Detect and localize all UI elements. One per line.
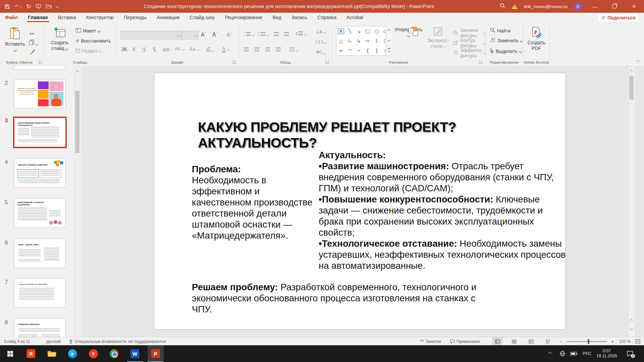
tab-record[interactable]: Запись [286, 13, 313, 22]
avatar[interactable]: D [574, 2, 582, 11]
tab-design[interactable]: Конструктор [81, 13, 119, 22]
shape-rectangle-icon[interactable]: □ [365, 28, 370, 34]
shape-elbow-arrow-icon[interactable]: ↳ [357, 38, 361, 44]
redo-icon[interactable]: ↻ [26, 3, 31, 10]
zoom-level[interactable]: 102 % [619, 337, 631, 346]
current-slide[interactable]: КАКУЮ ПРОБЛЕМУ РЕШАЕТ ПРОЕКТ?АКТУАЛЬНОСТ… [154, 73, 566, 329]
slide-1-thumbnail-partial[interactable] [14, 65, 66, 70]
new-slide-button[interactable]: Создатьслайд [49, 27, 71, 51]
customize-qat-icon[interactable] [56, 5, 58, 7]
search-icon[interactable] [499, 3, 505, 10]
select-button[interactable]: Выделить [490, 48, 522, 54]
open-folder-icon[interactable] [46, 4, 52, 9]
thumbnail-scrollbar-thumb[interactable] [75, 91, 79, 153]
tab-transitions[interactable]: Переходы [119, 13, 152, 22]
tab-home[interactable]: Главная [23, 13, 53, 22]
canvas-scroll-up-icon[interactable] [630, 68, 633, 74]
font-dialog-launcher[interactable] [233, 60, 236, 64]
arrange-button[interactable]: Упорядочить [393, 27, 424, 38]
language-switcher[interactable]: РУС [583, 345, 591, 362]
shape-arrow-icon[interactable]: ↘ [357, 28, 361, 34]
tab-file[interactable]: Файл [0, 13, 23, 22]
font-size-combo[interactable] [181, 31, 199, 40]
save-icon[interactable] [5, 4, 10, 9]
view-slideshow-button[interactable] [543, 337, 553, 346]
close-button[interactable]: × [627, 0, 641, 13]
find-button[interactable]: Найти [490, 27, 511, 34]
clear-formatting-button[interactable]: А◊ [226, 32, 232, 38]
tray-show-hidden-icons[interactable] [549, 345, 551, 362]
next-slide-icon[interactable] [630, 325, 633, 331]
grow-font-button[interactable]: А˄ [201, 32, 206, 38]
view-slide-sorter-button[interactable] [509, 337, 519, 346]
slide-relevance-block[interactable]: Актуальность: •Развитие машиностроения: … [319, 149, 570, 271]
clock[interactable]: 0:0719.11.2025 [596, 345, 617, 362]
shape-right-brace-icon[interactable]: } [375, 48, 378, 54]
shape-curve-icon[interactable]: ~ [357, 48, 361, 54]
shape-elbow-icon[interactable]: ∟ [348, 38, 352, 44]
start-slideshow-icon[interactable] [36, 4, 41, 9]
language-indicator[interactable]: русский [46, 337, 61, 346]
tab-view[interactable]: Вид [267, 13, 286, 22]
font-name-combo[interactable] [120, 31, 181, 40]
accessibility-status[interactable]: Специальные возможности: не поддерживают… [69, 337, 166, 346]
create-pdf-button[interactable]: СоздатьPDF [526, 27, 547, 51]
comments-button[interactable]: Примечания [450, 337, 480, 346]
zoom-out-button[interactable]: − [559, 337, 562, 346]
taskbar-chrome[interactable] [106, 345, 122, 362]
tab-acrobat[interactable]: Acrobat [341, 13, 368, 22]
format-painter-icon[interactable] [30, 49, 35, 56]
collapse-ribbon-icon[interactable] [637, 57, 639, 62]
shape-left-brace-icon[interactable]: { [366, 48, 370, 54]
canvas-scrollbar-thumb[interactable] [629, 76, 634, 100]
slide-problem-block[interactable]: Проблема: Необходимость в эффективном и … [192, 164, 315, 241]
network-icon[interactable] [559, 345, 566, 362]
taskbar-yandex-browser[interactable]: Y [85, 345, 101, 362]
reset-slide-button[interactable]: ↺ Восстановить [75, 38, 111, 44]
shape-line-icon[interactable]: ╲ [348, 28, 351, 34]
notification-center[interactable]: 3 [627, 345, 633, 362]
taskbar-edge[interactable]: e [64, 345, 80, 362]
restore-button[interactable] [608, 0, 621, 13]
tab-animations[interactable]: Анимация [152, 13, 184, 22]
shape-arc-icon[interactable]: ◠ [347, 48, 352, 54]
taskbar-word[interactable]: W [127, 345, 143, 362]
slide-solution-block[interactable]: Решаем проблему: Разработкой современног… [192, 282, 494, 315]
thumbnail-scrollbar[interactable] [74, 67, 81, 336]
clipboard-dialog-launcher[interactable] [39, 60, 43, 64]
shape-triangle-icon[interactable]: △ [339, 38, 343, 44]
view-reading-button[interactable] [526, 337, 536, 346]
cut-icon[interactable]: ✂ [30, 30, 35, 37]
tab-insert[interactable]: Вставка [53, 13, 81, 22]
copy-icon[interactable] [29, 40, 38, 46]
start-button[interactable] [2, 345, 18, 362]
shape-scribble-icon[interactable]: ≈ [339, 48, 343, 54]
shapes-gallery-scroll[interactable] [386, 26, 392, 55]
notes-button[interactable]: Заметки [420, 337, 441, 346]
previous-slide-icon[interactable] [630, 317, 633, 323]
view-normal-button[interactable] [492, 337, 502, 346]
paste-button[interactable]: Вставить [5, 27, 25, 52]
drawing-dialog-launcher[interactable] [479, 60, 483, 64]
zoom-slider-thumb[interactable] [588, 339, 589, 344]
shrink-font-button[interactable]: А˅ [212, 32, 217, 38]
fit-to-window-button[interactable] [635, 337, 640, 346]
account-email[interactable]: dnk_novsu@novsu.ru [524, 4, 568, 9]
canvas-scrollbar[interactable] [628, 66, 635, 337]
warning-icon[interactable] [512, 4, 518, 9]
share-button[interactable]: Поделиться [597, 13, 639, 22]
tab-review[interactable]: Рецензирование [220, 13, 267, 22]
replace-button[interactable]: bc Заменить [490, 38, 523, 44]
zoom-slider[interactable] [567, 337, 607, 346]
shape-down-arrow-icon[interactable]: ⇩ [375, 38, 379, 44]
tab-help[interactable]: Справка [312, 13, 341, 22]
thumbnail-scroll-up-icon[interactable] [76, 69, 78, 75]
zoom-in-button[interactable]: + [611, 337, 614, 346]
layout-button[interactable]: Макет [75, 28, 100, 34]
minimize-button[interactable]: — [588, 0, 602, 13]
shape-textbox-icon[interactable]: А [338, 28, 344, 34]
slide-title[interactable]: КАКУЮ ПРОБЛЕМУ РЕШАЕТ ПРОЕКТ?АКТУАЛЬНОСТ… [198, 119, 486, 151]
shape-oval-icon[interactable]: ○ [374, 28, 379, 34]
taskbar-yandex-app[interactable]: Я [23, 345, 39, 362]
taskbar-file-explorer[interactable] [44, 345, 60, 362]
